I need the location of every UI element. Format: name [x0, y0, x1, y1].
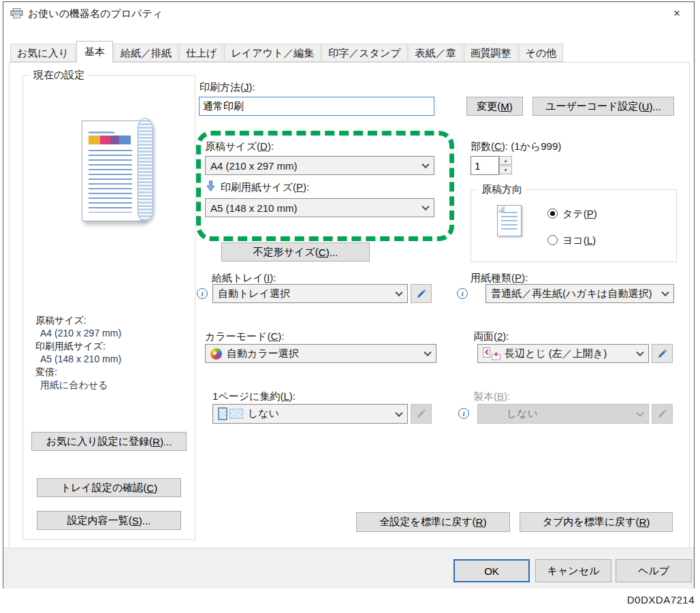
combine-value: しない	[248, 407, 279, 420]
summary-paper-size-label: 印刷用紙サイズ:	[35, 341, 106, 353]
tray-check-button[interactable]: トレイ設定の確認(C)	[37, 478, 181, 497]
color-mode-label: カラーモード(C):	[205, 330, 284, 343]
paper-tray-edit-button[interactable]	[411, 284, 432, 303]
summary-scaling-value: 用紙に合わせる	[35, 379, 108, 392]
chevron-down-icon	[395, 409, 402, 416]
tab-layout-edit[interactable]: レイアウト／編集	[224, 44, 321, 62]
combine-label: 1ページに集約(L):	[212, 390, 296, 403]
user-code-settings-button[interactable]: ユーザーコード設定(U)...	[532, 97, 674, 116]
spin-down-icon[interactable]: ▼	[499, 166, 512, 174]
duplex-select[interactable]: 長辺とじ (左／上開き)	[477, 344, 649, 363]
printer-icon	[10, 8, 23, 18]
paper-type-select[interactable]: 普通紙／再生紙(ハガキは自動選択)	[486, 284, 674, 303]
divider	[38, 300, 182, 301]
combine-portrait-page-icon	[218, 407, 227, 420]
change-button[interactable]: 変更(M)	[466, 97, 523, 116]
screen: お使いの機器名のプロパティ × お気に入り 基本 給紙／排紙 仕上げ レイアウト…	[0, 0, 700, 613]
pencil-icon	[416, 409, 426, 419]
info-icon: i	[458, 408, 469, 419]
document-orientation-icon	[497, 205, 522, 236]
copies-stepper: ▲ ▼	[499, 156, 512, 174]
original-size-value: A4 (210 x 297 mm)	[210, 160, 298, 172]
tab-basic[interactable]: 基本	[76, 41, 113, 63]
custom-size-button[interactable]: 不定形サイズ(C)...	[221, 242, 370, 262]
duplex-edit-button[interactable]	[652, 344, 673, 363]
paper-tray-value: 自動トレイ選択	[218, 287, 290, 300]
combine-select[interactable]: しない	[212, 404, 408, 424]
landscape-radio[interactable]	[547, 235, 558, 245]
combine-landscape-page-icon	[229, 409, 243, 419]
info-icon: i	[457, 288, 468, 299]
preview-color-bar	[89, 136, 131, 144]
reset-all-button[interactable]: 全設定を標準に戻す(R)	[356, 512, 510, 532]
summary-original-size-value: A4 (210 x 297 mm)	[35, 328, 121, 339]
chevron-down-icon	[421, 203, 429, 210]
booklet-select: しない	[477, 404, 649, 424]
current-settings-group: 現在の設定 原稿サイズ: A4 (210 x 297 mm) 印刷用紙サイズ: …	[22, 75, 195, 540]
color-mode-icon	[210, 348, 222, 360]
booklet-value: しない	[507, 407, 538, 420]
combine-edit-button	[411, 404, 432, 424]
paper-type-label: 用紙種類(P):	[471, 272, 528, 285]
pencil-icon	[657, 349, 667, 359]
reset-tab-button[interactable]: タブ内を標準に戻す(R)	[520, 512, 673, 532]
close-icon[interactable]: ×	[665, 5, 688, 22]
paper-tray-select[interactable]: 自動トレイ選択	[212, 284, 408, 303]
print-paper-size-select[interactable]: A5 (148 x 210 mm)	[205, 198, 434, 217]
spin-up-icon[interactable]: ▲	[499, 156, 512, 165]
orientation-group: 原稿方向 タテ(P) ヨコ(L)	[471, 189, 677, 262]
paper-type-value: 普通紙／再生紙(ハガキは自動選択)	[491, 287, 652, 300]
original-size-select[interactable]: A4 (210 x 297 mm)	[205, 156, 434, 175]
summary-original-size-label: 原稿サイズ:	[35, 315, 86, 327]
color-mode-select[interactable]: 自動カラー選択	[205, 344, 436, 363]
portrait-radio-label[interactable]: タテ(P)	[562, 208, 597, 221]
portrait-radio[interactable]	[547, 208, 558, 219]
duplex-value: 長辺とじ (左／上開き)	[505, 347, 607, 360]
ok-button[interactable]: OK	[454, 559, 530, 582]
tab-paper-feed[interactable]: 給紙／排紙	[114, 44, 178, 62]
tab-bar: お気に入り 基本 給紙／排紙 仕上げ レイアウト／編集 印字／スタンプ 表紙／章…	[10, 41, 564, 62]
chevron-down-icon	[424, 349, 431, 356]
tab-image-quality[interactable]: 画質調整	[464, 44, 518, 62]
tab-others[interactable]: その他	[519, 44, 564, 62]
summary-paper-size-value: A5 (148 x 210 mm)	[35, 353, 121, 364]
paper-tray-label: 給紙トレイ(I):	[212, 272, 276, 285]
chevron-down-icon	[636, 409, 643, 416]
booklet-label: 製本(B):	[473, 390, 510, 403]
cancel-button[interactable]: キャンセル	[535, 559, 611, 582]
pencil-icon	[416, 289, 426, 299]
print-paper-size-value: A5 (148 x 210 mm)	[210, 202, 298, 214]
chevron-down-icon	[636, 349, 643, 356]
preview-title-line	[89, 131, 114, 133]
info-icon: i	[197, 288, 208, 299]
current-settings-title: 現在の設定	[30, 69, 88, 82]
orientation-group-title: 原稿方向	[478, 183, 526, 196]
copies-input[interactable]	[471, 156, 499, 175]
original-size-label: 原稿サイズ(D):	[205, 140, 274, 153]
duplex-icon	[483, 347, 500, 360]
pencil-icon	[657, 409, 667, 419]
print-method-input[interactable]	[199, 97, 434, 116]
print-paper-size-label: 印刷用紙サイズ(P):	[221, 181, 309, 194]
booklet-edit-button	[652, 404, 673, 424]
chevron-down-icon	[395, 289, 402, 296]
tab-favorites[interactable]: お気に入り	[10, 44, 76, 62]
preview-thumbnail	[82, 121, 143, 221]
tab-cover-chapter[interactable]: 表紙／章	[409, 44, 463, 62]
chevron-down-icon	[421, 161, 429, 168]
landscape-radio-label[interactable]: ヨコ(L)	[562, 234, 596, 247]
help-button[interactable]: ヘルプ	[616, 559, 692, 582]
title-bar: お使いの機器名のプロパティ ×	[3, 2, 694, 25]
register-favorites-button[interactable]: お気に入り設定に登録(R)...	[31, 432, 187, 451]
size-conversion-arrow-icon	[206, 180, 215, 192]
preview-text-lines	[89, 150, 132, 213]
printer-properties-dialog: お使いの機器名のプロパティ × お気に入り 基本 給紙／排紙 仕上げ レイアウト…	[3, 1, 695, 588]
settings-list-button[interactable]: 設定内容一覧(S)...	[37, 511, 181, 530]
tab-print-stamp[interactable]: 印字／スタンプ	[321, 44, 407, 62]
copies-label: 部数(C): (1から999)	[471, 140, 561, 153]
chevron-down-icon	[661, 289, 669, 296]
tab-finishing[interactable]: 仕上げ	[179, 44, 223, 62]
summary-scaling-label: 変倍:	[35, 366, 57, 379]
print-method-label: 印刷方法(J):	[200, 81, 255, 94]
color-mode-value: 自動カラー選択	[227, 347, 299, 360]
